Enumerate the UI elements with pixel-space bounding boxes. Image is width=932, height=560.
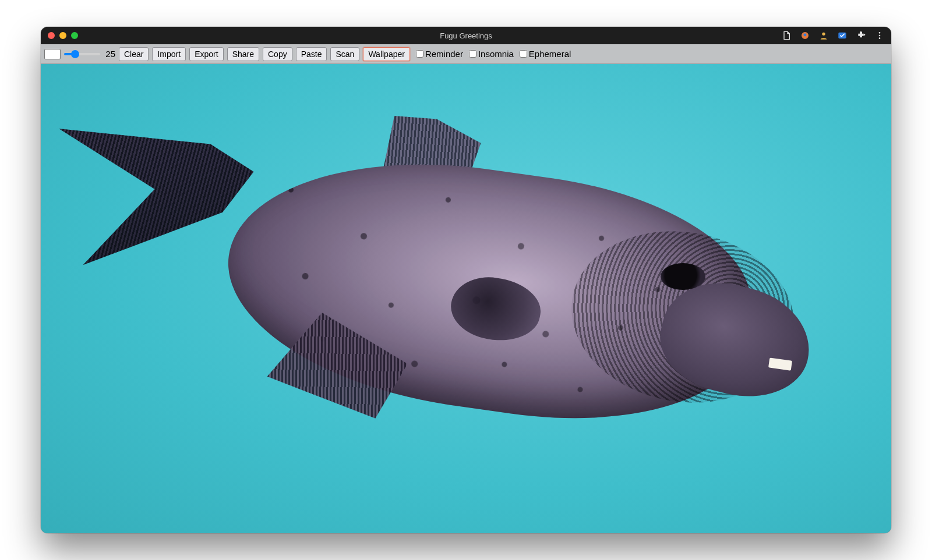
canvas-area[interactable] [41, 64, 891, 533]
paste-button[interactable]: Paste [296, 47, 327, 61]
window-title: Fugu Greetings [440, 31, 492, 40]
maximize-window-button[interactable] [71, 32, 78, 39]
fish-eye [661, 263, 705, 290]
brush-size-control: 25 [64, 49, 115, 59]
brush-size-slider[interactable] [64, 53, 100, 55]
person-icon[interactable] [819, 31, 828, 40]
insomnia-checkbox[interactable] [469, 50, 476, 58]
share-button[interactable]: Share [227, 47, 259, 61]
brush-size-value: 25 [103, 49, 115, 59]
import-button[interactable]: Import [152, 47, 186, 61]
paint-icon[interactable] [800, 31, 810, 40]
svg-point-5 [879, 32, 881, 34]
titlebar: Fugu Greetings [41, 27, 891, 44]
scan-button[interactable]: Scan [330, 47, 359, 61]
extension-icon[interactable] [856, 31, 866, 40]
copy-button[interactable]: Copy [263, 47, 292, 61]
ephemeral-checkbox[interactable] [520, 50, 527, 58]
svg-point-6 [879, 35, 881, 37]
reminder-label: Reminder [425, 49, 463, 59]
wallpaper-button[interactable]: Wallpaper [363, 47, 410, 61]
svg-point-4 [864, 34, 866, 36]
color-swatch[interactable] [44, 49, 61, 59]
reminder-checkbox[interactable] [416, 50, 423, 58]
svg-point-1 [822, 33, 825, 36]
document-icon[interactable] [782, 31, 791, 40]
toolbar: 25 Clear Import Export Share Copy Paste … [41, 44, 891, 64]
ephemeral-label: Ephemeral [529, 49, 571, 59]
check-icon[interactable] [838, 31, 847, 40]
window-controls [48, 32, 78, 39]
close-window-button[interactable] [48, 32, 55, 39]
ephemeral-checkbox-wrap[interactable]: Ephemeral [520, 49, 571, 59]
insomnia-label: Insomnia [478, 49, 514, 59]
fugu-fish-illustration [92, 101, 841, 486]
export-button[interactable]: Export [189, 47, 223, 61]
insomnia-checkbox-wrap[interactable]: Insomnia [469, 49, 514, 59]
reminder-checkbox-wrap[interactable]: Reminder [416, 49, 463, 59]
menu-icon[interactable] [875, 31, 884, 40]
minimize-window-button[interactable] [59, 32, 66, 39]
svg-point-3 [860, 31, 862, 33]
svg-point-7 [879, 37, 881, 39]
titlebar-right-icons [782, 31, 884, 40]
clear-button[interactable]: Clear [119, 47, 149, 61]
app-window: Fugu Greetings 25 [41, 27, 891, 533]
